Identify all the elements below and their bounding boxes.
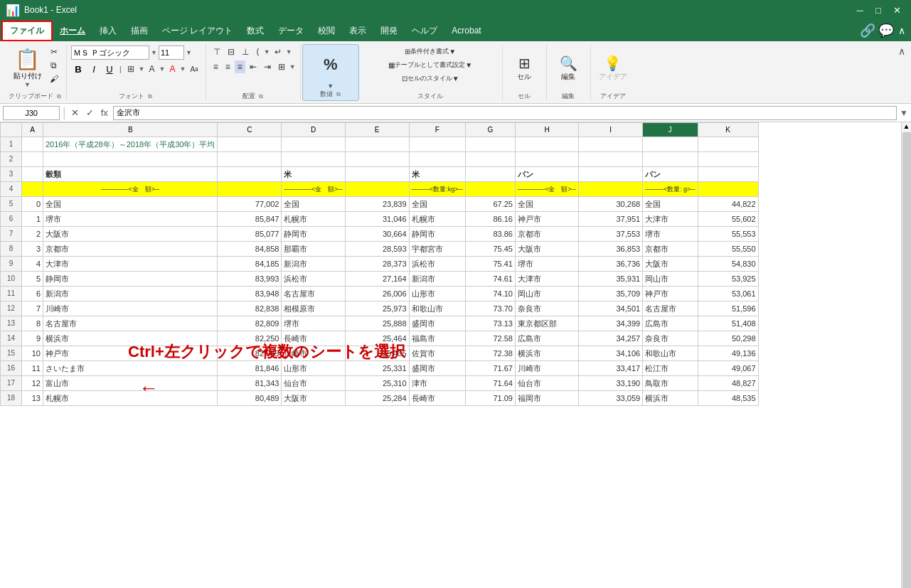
- row-number[interactable]: 14: [1, 331, 22, 346]
- cell[interactable]: 浜松市: [282, 272, 345, 287]
- menu-data[interactable]: データ: [271, 22, 311, 40]
- cell[interactable]: ──────<金 額>─: [43, 182, 218, 197]
- cell[interactable]: [22, 182, 43, 197]
- row-number[interactable]: 17: [1, 376, 22, 391]
- menu-acrobat[interactable]: Acrobat: [444, 23, 488, 38]
- cell[interactable]: 82,045: [218, 346, 282, 361]
- maximize-button[interactable]: □: [870, 1, 887, 18]
- cell[interactable]: 53,061: [698, 287, 758, 301]
- cell[interactable]: [409, 137, 465, 152]
- cell[interactable]: 54,830: [698, 257, 758, 272]
- wrap-text-button[interactable]: ↵: [272, 46, 284, 58]
- cell[interactable]: 長崎市: [409, 391, 465, 406]
- cell[interactable]: 横浜市: [643, 391, 698, 406]
- cell[interactable]: [218, 167, 282, 182]
- cell[interactable]: 広島市: [643, 316, 698, 331]
- angle-dropdown[interactable]: ▼: [264, 48, 270, 55]
- comment-icon[interactable]: 💬: [878, 23, 894, 38]
- cell[interactable]: 京都市: [43, 242, 218, 257]
- col-header-e[interactable]: E: [345, 123, 409, 137]
- cell[interactable]: [345, 167, 409, 182]
- cell[interactable]: 10: [22, 346, 43, 361]
- cell[interactable]: 34,501: [579, 301, 643, 316]
- cell[interactable]: 津市: [409, 376, 465, 391]
- cell[interactable]: 55,550: [698, 242, 758, 257]
- cell[interactable]: 33,059: [579, 391, 643, 406]
- cut-button[interactable]: ✂: [47, 46, 61, 58]
- cell[interactable]: 名古屋市: [643, 301, 698, 316]
- table-format-button[interactable]: ▦ テーブルとして書式設定 ▼: [385, 59, 475, 71]
- cell[interactable]: 新潟市: [409, 272, 465, 287]
- cell[interactable]: 新潟市: [282, 257, 345, 272]
- cell[interactable]: 佐賀市: [409, 346, 465, 361]
- scroll-up-btn[interactable]: ▲: [902, 122, 911, 131]
- border-dropdown[interactable]: ▼: [139, 65, 145, 73]
- cell[interactable]: 東京都区部: [515, 316, 578, 331]
- cell[interactable]: 大津市: [43, 257, 218, 272]
- cell[interactable]: 相模原市: [282, 301, 345, 316]
- cell[interactable]: 京都市: [515, 227, 578, 242]
- cell[interactable]: 49,067: [698, 361, 758, 376]
- row-number[interactable]: 6: [1, 212, 22, 227]
- cell[interactable]: 25,888: [345, 316, 409, 331]
- insert-function-icon[interactable]: fx: [99, 107, 110, 118]
- number-expand-icon[interactable]: ⧉: [336, 90, 341, 99]
- cell[interactable]: 83,993: [218, 272, 282, 287]
- cell[interactable]: 44,822: [698, 197, 758, 212]
- cell[interactable]: 25,284: [345, 391, 409, 406]
- cell[interactable]: 4: [22, 257, 43, 272]
- cell[interactable]: 6: [22, 287, 43, 301]
- cell[interactable]: 名古屋市: [282, 287, 345, 301]
- row-number[interactable]: 5: [1, 197, 22, 212]
- formula-expand-icon[interactable]: ▼: [900, 108, 908, 118]
- cell[interactable]: [22, 167, 43, 182]
- cell[interactable]: 2016年（平成28年）～2018年（平成30年）平均: [43, 137, 218, 152]
- cell[interactable]: 和歌山市: [643, 346, 698, 361]
- font-color-dropdown[interactable]: ▼: [179, 65, 186, 73]
- clipboard-expand-icon[interactable]: ⧉: [56, 92, 62, 101]
- cell[interactable]: [465, 152, 515, 167]
- cell[interactable]: 札幌市: [282, 212, 345, 227]
- row-number[interactable]: 15: [1, 346, 22, 361]
- cell[interactable]: [465, 182, 515, 197]
- align-left-button[interactable]: ≡: [211, 60, 221, 73]
- cell[interactable]: [515, 152, 578, 167]
- vertical-scrollbar[interactable]: ▲ ▼: [901, 122, 911, 588]
- cell[interactable]: 鳥取市: [643, 376, 698, 391]
- cell[interactable]: 37,553: [579, 227, 643, 242]
- cell[interactable]: 大阪市: [515, 242, 578, 257]
- cell[interactable]: 全国: [282, 197, 345, 212]
- cell[interactable]: 73.13: [465, 316, 515, 331]
- cell[interactable]: 31,046: [345, 212, 409, 227]
- cell[interactable]: 85,847: [218, 212, 282, 227]
- cell[interactable]: 30,664: [345, 227, 409, 242]
- cell[interactable]: 札幌市: [43, 391, 218, 406]
- format-painter-button[interactable]: 🖌: [47, 73, 61, 85]
- align-right-button[interactable]: ≡: [235, 60, 245, 73]
- cell[interactable]: 静岡市: [43, 272, 218, 287]
- cell[interactable]: ────<数量: g>─: [643, 182, 698, 197]
- menu-page-layout[interactable]: ページ レイアウト: [155, 22, 240, 40]
- cell[interactable]: ────<数量:kg>─: [409, 182, 465, 197]
- cell[interactable]: 全国: [515, 197, 578, 212]
- percent-button[interactable]: %: [318, 47, 343, 82]
- cell[interactable]: [579, 152, 643, 167]
- menu-home[interactable]: ホーム: [53, 22, 92, 40]
- scroll-thumb[interactable]: [902, 132, 911, 588]
- cell[interactable]: 34,399: [579, 316, 643, 331]
- row-number[interactable]: 12: [1, 301, 22, 316]
- cell[interactable]: 49,136: [698, 346, 758, 361]
- wrap-dropdown[interactable]: ▼: [286, 48, 292, 55]
- cell-reference-input[interactable]: [3, 106, 60, 120]
- col-header-b[interactable]: B: [43, 123, 218, 137]
- align-center-button[interactable]: ≡: [223, 60, 233, 73]
- cell[interactable]: 静岡市: [282, 227, 345, 242]
- row-number[interactable]: 7: [1, 227, 22, 242]
- cell[interactable]: 堺市: [282, 316, 345, 331]
- cell[interactable]: 25,310: [345, 376, 409, 391]
- cell[interactable]: 横浜市: [515, 346, 578, 361]
- number-format-dropdown[interactable]: ▼: [327, 82, 334, 90]
- cell[interactable]: 川崎市: [43, 301, 218, 316]
- cell[interactable]: パン: [515, 167, 578, 182]
- align-middle-button[interactable]: ⊟: [225, 46, 238, 58]
